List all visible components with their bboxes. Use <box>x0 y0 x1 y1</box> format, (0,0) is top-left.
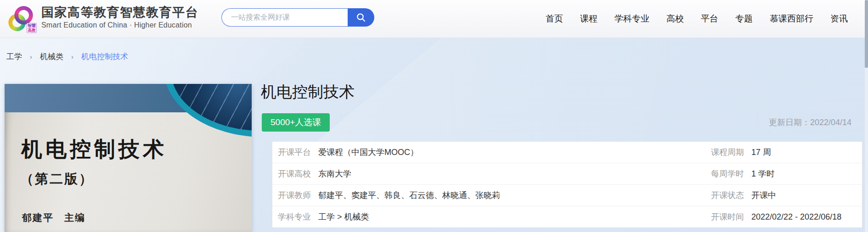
nav-item-universities[interactable]: 高校 <box>666 13 684 25</box>
update-date-label: 更新日期： <box>769 118 810 127</box>
info-cell: 开课教师 郁建平、窦建平、韩良、石云德、林晓通、张晓莉 <box>278 190 711 201</box>
info-cell: 每周学时 1 学时 <box>711 168 857 179</box>
breadcrumb-item-machinery[interactable]: 机械类 <box>40 51 63 62</box>
update-date-value: 2022/04/14 <box>810 118 851 127</box>
info-label: 开课状态 <box>711 190 751 201</box>
nav-item-home[interactable]: 首页 <box>546 13 563 25</box>
search-icon <box>356 12 366 22</box>
scrollbar-track[interactable] <box>865 0 868 232</box>
info-value: 2022/02/22 - 2022/06/18 <box>751 212 841 222</box>
cover-book-edition: （第二版） <box>20 170 94 188</box>
info-row-discipline: 学科专业 工学 > 机械类 开课时间 2022/02/22 - 2022/06/… <box>272 206 862 227</box>
info-cell: 学科专业 工学 > 机械类 <box>278 211 711 222</box>
course-meta-row: 5000+人选课 更新日期：2022/04/14 <box>262 113 851 132</box>
breadcrumb-item-engineering[interactable]: 工学 <box>6 51 22 62</box>
info-row-platform: 开课平台 爱课程（中国大学MOOC） 课程周期 17 周 <box>272 142 862 163</box>
info-cell: 课程周期 17 周 <box>711 147 857 158</box>
info-cell: 开课状态 开课中 <box>711 190 857 201</box>
info-label: 开课时间 <box>711 211 751 222</box>
brand-logo[interactable]: 智慧 高教 <box>6 4 36 34</box>
logo-text-badge: 智慧 高教 <box>27 23 37 33</box>
info-cell: 开课平台 爱课程（中国大学MOOC） <box>278 147 711 158</box>
info-label: 开课高校 <box>278 168 318 179</box>
cover-book-title: 机电控制技术 <box>21 135 167 164</box>
update-date: 更新日期：2022/04/14 <box>769 117 851 128</box>
search-input[interactable] <box>221 8 348 27</box>
page-title: 机电控制技术 <box>261 82 355 103</box>
info-value: 开课中 <box>751 190 776 201</box>
brand-subtitle: Smart Education of China · Higher Educat… <box>41 20 198 31</box>
brand-text: 国家高等教育智慧教育平台 Smart Education of China · … <box>41 5 198 31</box>
brand-title: 国家高等教育智慧教育平台 <box>41 5 198 20</box>
info-label: 开课平台 <box>278 147 318 158</box>
nav-item-disciplines[interactable]: 学科专业 <box>614 13 649 25</box>
info-label: 课程周期 <box>711 147 751 158</box>
info-value: 爱课程（中国大学MOOC） <box>318 147 418 158</box>
info-row-teachers: 开课教师 郁建平、窦建平、韩良、石云德、林晓通、张晓莉 开课状态 开课中 <box>272 185 862 206</box>
logo-text-line2: 高教 <box>28 28 36 33</box>
breadcrumb-item-current: 机电控制技术 <box>81 51 128 62</box>
info-cell: 开课高校 东南大学 <box>278 168 711 179</box>
info-value: 工学 > 机械类 <box>318 211 369 222</box>
cover-book-author: 郁建平 主编 <box>22 211 85 224</box>
scrollbar-thumb[interactable] <box>865 0 868 68</box>
logo-text-line1: 智慧 <box>28 23 36 28</box>
course-info-panel: 开课平台 爱课程（中国大学MOOC） 课程周期 17 周 开课高校 东南大学 每… <box>272 141 862 228</box>
main-nav: 首页 课程 学科专业 高校 平台 专题 慕课西部行 资讯 <box>546 0 848 38</box>
enrollment-badge: 5000+人选课 <box>262 113 330 132</box>
info-label: 每周学时 <box>711 168 751 179</box>
info-value: 郁建平、窦建平、韩良、石云德、林晓通、张晓莉 <box>318 190 500 201</box>
page: 智慧 高教 国家高等教育智慧教育平台 Smart Education of Ch… <box>0 0 868 232</box>
search-button[interactable] <box>348 8 374 27</box>
info-label: 开课教师 <box>278 190 318 201</box>
course-cover-image: 机电控制技术 （第二版） 郁建平 主编 <box>5 84 252 232</box>
nav-item-topics[interactable]: 专题 <box>735 13 753 25</box>
chevron-right-icon: › <box>30 53 32 61</box>
info-cell: 开课时间 2022/02/22 - 2022/06/18 <box>711 211 857 222</box>
nav-item-mooc-west[interactable]: 慕课西部行 <box>770 13 813 25</box>
info-label: 学科专业 <box>278 211 318 222</box>
info-value: 17 周 <box>751 147 771 158</box>
search-bar <box>221 8 374 27</box>
breadcrumb: 工学 › 机械类 › 机电控制技术 <box>6 51 128 62</box>
info-value: 1 学时 <box>751 168 775 179</box>
header: 智慧 高教 国家高等教育智慧教育平台 Smart Education of Ch… <box>0 0 868 38</box>
chevron-right-icon: › <box>71 53 73 61</box>
info-value: 东南大学 <box>318 168 351 179</box>
nav-item-courses[interactable]: 课程 <box>580 13 597 25</box>
nav-item-platforms[interactable]: 平台 <box>701 13 718 25</box>
nav-item-news[interactable]: 资讯 <box>830 13 848 25</box>
info-row-university: 开课高校 东南大学 每周学时 1 学时 <box>272 163 862 185</box>
